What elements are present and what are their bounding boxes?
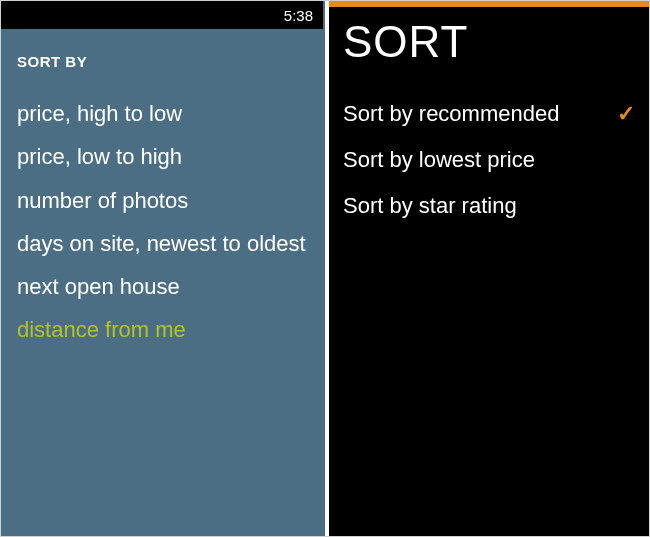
status-time: 5:38 — [284, 7, 313, 24]
sort-option-label: Sort by star rating — [343, 193, 517, 219]
sort-option-label: Sort by recommended — [343, 101, 559, 127]
left-content: SORT BY price, high to lowprice, low to … — [1, 29, 323, 536]
sort-options-list: Sort by recommended✓Sort by lowest price… — [343, 91, 635, 229]
sort-by-option[interactable]: price, low to high — [17, 135, 307, 178]
sort-by-option[interactable]: next open house — [17, 265, 307, 308]
check-icon: ✓ — [607, 101, 635, 127]
screen-right: SORT Sort by recommended✓Sort by lowest … — [325, 1, 649, 536]
sort-option-label: Sort by lowest price — [343, 147, 535, 173]
sort-option[interactable]: Sort by lowest price — [343, 137, 635, 183]
screens-container: 5:38 SORT BY price, high to lowprice, lo… — [0, 0, 650, 537]
sort-header: SORT — [343, 17, 635, 67]
sort-option[interactable]: Sort by recommended✓ — [343, 91, 635, 137]
sort-option[interactable]: Sort by star rating — [343, 183, 635, 229]
sort-by-option[interactable]: number of photos — [17, 179, 307, 222]
sort-by-header: SORT BY — [17, 53, 307, 70]
status-bar: 5:38 — [1, 1, 323, 29]
right-content: SORT Sort by recommended✓Sort by lowest … — [329, 7, 649, 536]
sort-by-option[interactable]: distance from me — [17, 308, 307, 351]
sort-by-options-list: price, high to lowprice, low to highnumb… — [17, 92, 307, 352]
screen-left: 5:38 SORT BY price, high to lowprice, lo… — [1, 1, 325, 536]
sort-by-option[interactable]: price, high to low — [17, 92, 307, 135]
sort-by-option[interactable]: days on site, newest to oldest — [17, 222, 307, 265]
